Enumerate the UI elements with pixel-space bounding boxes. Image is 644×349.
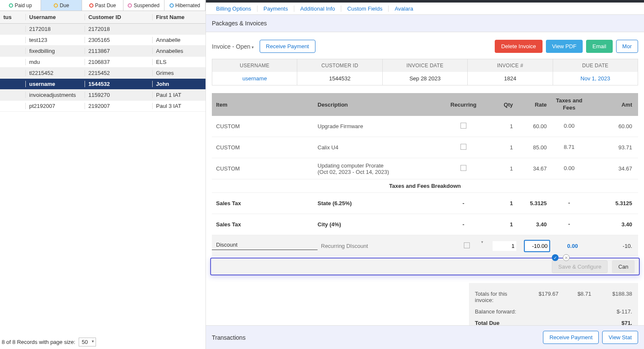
edit-action-band: ✓ ✕ Save & Configure Can <box>210 258 640 275</box>
cell-customer-id: 2106837 <box>85 59 152 65</box>
cell-customer-id: 2192007 <box>85 103 152 109</box>
summary-header-customer-id: CUSTOMER ID <box>297 59 382 72</box>
cancel-icon[interactable]: ✕ <box>563 254 570 261</box>
invoice-summary: USERNAME username CUSTOMER ID 1544532 IN… <box>212 59 638 85</box>
summary-username-link[interactable]: username <box>212 72 297 85</box>
transactions-receive-payment-button[interactable]: Receive Payment <box>543 331 599 344</box>
svg-point-2 <box>90 4 93 7</box>
invoice-state-dropdown[interactable]: Invoice - Open <box>212 43 255 50</box>
more-button[interactable]: Mor <box>616 40 638 53</box>
totals-tax: $8.71 <box>559 291 591 303</box>
cell-first-name: John <box>152 81 206 87</box>
customer-list-panel: Paid upDuePast DueSuspendedHibernated tu… <box>0 0 206 349</box>
cell-first-name: Annabelles <box>152 48 206 54</box>
cancel-button[interactable]: Can <box>612 260 635 273</box>
invoice-item-row[interactable]: CUSTOM Calix U4 1 85.00 8.71 93.71 <box>212 137 638 158</box>
cell-customer-id: 2172018 <box>85 26 152 32</box>
totals-sub: $179.67 <box>526 291 558 303</box>
svg-point-3 <box>128 4 132 7</box>
sub-tab-custom-fields[interactable]: Custom Fields <box>341 5 389 12</box>
summary-header-due-date: DUE DATE <box>553 59 638 72</box>
discount-row[interactable]: Discount Recurring DIscount 0.00 -10. <box>212 235 638 256</box>
tax-row: Sales Tax State (6.25%) - 1 5.3125 - 5.3… <box>212 193 638 214</box>
cell-username: 2172018 <box>25 26 85 32</box>
status-tabs: Paid upDuePast DueSuspendedHibernated <box>0 0 206 11</box>
recurring-checkbox[interactable] <box>460 123 466 129</box>
paging-text: 8 of 8 Records with page size: <box>2 339 75 345</box>
status-tab-past-due[interactable]: Past Due <box>82 0 123 11</box>
discount-tax[interactable]: 0.00 <box>554 243 592 249</box>
summary-invoice-no: 1824 <box>468 72 552 85</box>
invoice-panel: Billing OptionsPaymentsAdditional InfoCu… <box>206 0 644 349</box>
transactions-label: Transactions <box>212 334 246 341</box>
table-row[interactable]: username 1544532 John <box>0 79 206 90</box>
cell-customer-id: 2305165 <box>85 37 152 43</box>
totals-total: $188.38 <box>591 291 632 303</box>
cell-username: pt2192007 <box>25 103 85 109</box>
cell-username: username <box>25 81 85 87</box>
summary-customer-id: 1544532 <box>297 72 382 85</box>
receive-payment-button[interactable]: Receive Payment <box>260 40 315 53</box>
discount-amt: -10. <box>592 243 638 249</box>
packages-invoices-header: Packages & Invoices <box>206 14 644 32</box>
header-first-name: First Name <box>152 14 206 20</box>
sub-tab-billing-options[interactable]: Billing Options <box>210 5 258 12</box>
sub-tab-payments[interactable]: Payments <box>258 5 294 12</box>
col-qty: Qty <box>482 102 516 108</box>
view-pdf-button[interactable]: View PDF <box>546 40 583 53</box>
table-row[interactable]: tl2215452 2215452 Grimes <box>0 68 206 79</box>
invoice-item-row[interactable]: CUSTOM Updating computer Prorate(Oct 02,… <box>212 158 638 179</box>
save-configure-button[interactable]: Save & Configure <box>552 260 608 273</box>
discount-description: Recurring DIscount <box>321 243 448 249</box>
status-tab-paid-up[interactable]: Paid up <box>0 0 41 11</box>
table-row[interactable]: pt2192007 2192007 Paul 3 IAT <box>0 101 206 112</box>
balance-value: $-117. <box>590 308 632 315</box>
cell-username: fixedbilling <box>25 48 85 54</box>
table-row[interactable]: test123 2305165 Annabelle <box>0 35 206 46</box>
delete-invoice-button[interactable]: Delete Invoice <box>495 40 542 53</box>
summary-due-date-link[interactable]: Nov 1, 2023 <box>553 72 638 85</box>
sub-tabs: Billing OptionsPaymentsAdditional InfoCu… <box>206 3 644 14</box>
summary-invoice-date: Sep 28 2023 <box>383 72 467 85</box>
tax-breakdown-header: Taxes and Fees Breakdown <box>212 179 638 193</box>
balance-label: Balance forward: <box>475 308 516 315</box>
cell-customer-id: 2215452 <box>85 70 152 76</box>
table-row[interactable]: fixedbilling 2113867 Annabelles <box>0 46 206 57</box>
cell-first-name: Paul 1 IAT <box>152 92 206 98</box>
status-tab-suspended[interactable]: Suspended <box>123 0 164 11</box>
sub-tab-additional-info[interactable]: Additional Info <box>294 5 341 12</box>
view-stat-button[interactable]: View Stat <box>602 331 638 344</box>
cell-username: tl2215452 <box>25 70 85 76</box>
discount-recurring-checkbox[interactable] <box>448 242 486 250</box>
col-item: Item <box>212 102 318 108</box>
paging-bar: 8 of 8 Records with page size: 50 <box>2 338 96 346</box>
status-tab-due[interactable]: Due <box>41 0 82 11</box>
svg-point-1 <box>54 4 58 7</box>
col-amt: Amt <box>588 102 638 108</box>
email-button[interactable]: Email <box>586 40 613 53</box>
table-row[interactable]: invoiceadjustments 1159270 Paul 1 IAT <box>0 90 206 101</box>
recurring-checkbox[interactable] <box>460 144 466 150</box>
cell-first-name: Paul 3 IAT <box>152 103 206 109</box>
items-header: Item Description Recurring Qty Rate Taxe… <box>212 93 638 116</box>
discount-item[interactable]: Discount <box>212 242 318 250</box>
cell-customer-id: 1544532 <box>85 81 152 87</box>
recurring-checkbox[interactable] <box>460 165 466 171</box>
discount-qty-input[interactable] <box>493 241 516 251</box>
cell-first-name: Grimes <box>152 70 206 76</box>
cell-first-name: Annabelle <box>152 37 206 43</box>
status-tab-hibernated[interactable]: Hibernated <box>164 0 206 11</box>
discount-rate-input[interactable] <box>524 240 550 252</box>
table-row[interactable]: mdu 2106837 ELS <box>0 57 206 68</box>
confirm-icon[interactable]: ✓ <box>552 254 559 261</box>
header-status: tus <box>0 14 25 20</box>
tax-row: Sales Tax City (4%) - 1 3.40 - 3.40 <box>212 214 638 235</box>
cell-first-name: ELS <box>152 59 206 65</box>
invoice-toolbar: Invoice - Open Receive Payment Delete In… <box>206 32 644 59</box>
invoice-item-row[interactable]: CUSTOM Upgrade Firmware 1 60.00 0.00 60.… <box>212 116 638 137</box>
page-size-select[interactable]: 50 <box>79 338 96 346</box>
col-taxes-fees: Taxes and Fees <box>550 97 588 112</box>
summary-header-invoice-no: INVOICE # <box>468 59 552 72</box>
table-row[interactable]: 2172018 2172018 <box>0 24 206 35</box>
sub-tab-avalara[interactable]: Avalara <box>389 5 419 12</box>
